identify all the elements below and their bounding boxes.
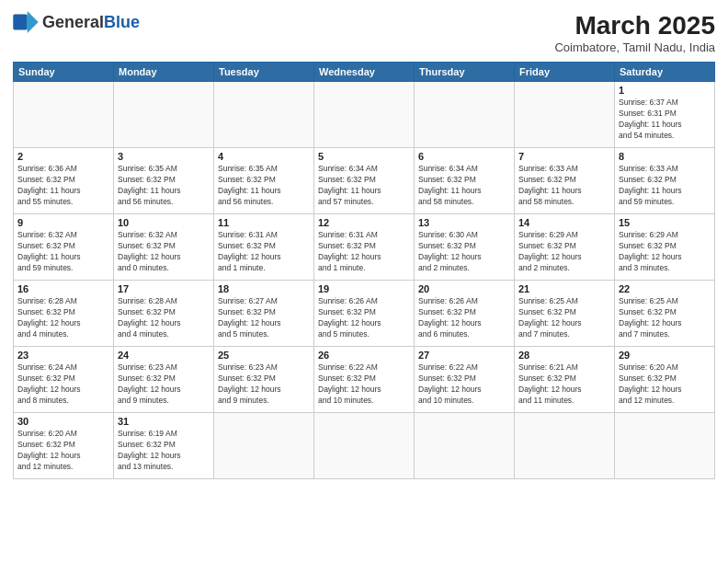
day-info: Sunrise: 6:29 AM Sunset: 6:32 PM Dayligh…: [619, 230, 711, 274]
logo-label: GeneralBlue: [42, 13, 140, 32]
table-row: 12Sunrise: 6:31 AM Sunset: 6:32 PM Dayli…: [314, 214, 415, 281]
day-info: Sunrise: 6:23 AM Sunset: 6:32 PM Dayligh…: [118, 362, 210, 407]
day-info: Sunrise: 6:22 AM Sunset: 6:32 PM Dayligh…: [418, 362, 510, 407]
table-row: 9Sunrise: 6:32 AM Sunset: 6:32 PM Daylig…: [14, 214, 114, 281]
col-saturday: Saturday: [615, 63, 715, 82]
day-info: Sunrise: 6:35 AM Sunset: 6:32 PM Dayligh…: [218, 164, 310, 208]
day-info: Sunrise: 6:30 AM Sunset: 6:32 PM Dayligh…: [418, 230, 510, 274]
table-row: 22Sunrise: 6:25 AM Sunset: 6:32 PM Dayli…: [615, 281, 715, 347]
table-row: [515, 82, 615, 148]
day-info: Sunrise: 6:32 AM Sunset: 6:32 PM Dayligh…: [17, 230, 109, 274]
calendar-week-row: 9Sunrise: 6:32 AM Sunset: 6:32 PM Daylig…: [14, 214, 715, 281]
location: Coimbatore, Tamil Nadu, India: [554, 40, 715, 54]
day-info: Sunrise: 6:19 AM Sunset: 6:32 PM Dayligh…: [118, 429, 210, 473]
svg-marker-1: [28, 11, 39, 33]
table-row: 17Sunrise: 6:28 AM Sunset: 6:32 PM Dayli…: [114, 281, 214, 347]
table-row: 24Sunrise: 6:23 AM Sunset: 6:32 PM Dayli…: [114, 347, 214, 413]
table-row: 30Sunrise: 6:20 AM Sunset: 6:32 PM Dayli…: [14, 413, 114, 479]
day-info: Sunrise: 6:26 AM Sunset: 6:32 PM Dayligh…: [318, 296, 410, 340]
day-number: 6: [418, 151, 510, 162]
day-number: 11: [218, 217, 310, 228]
table-row: [214, 82, 314, 148]
day-number: 14: [518, 217, 610, 228]
table-row: 5Sunrise: 6:34 AM Sunset: 6:32 PM Daylig…: [314, 148, 415, 214]
day-info: Sunrise: 6:25 AM Sunset: 6:32 PM Dayligh…: [619, 296, 711, 340]
day-info: Sunrise: 6:34 AM Sunset: 6:32 PM Dayligh…: [418, 164, 510, 208]
day-number: 29: [619, 350, 711, 361]
table-row: 11Sunrise: 6:31 AM Sunset: 6:32 PM Dayli…: [214, 214, 314, 281]
table-row: 20Sunrise: 6:26 AM Sunset: 6:32 PM Dayli…: [415, 281, 515, 347]
table-row: 16Sunrise: 6:28 AM Sunset: 6:32 PM Dayli…: [14, 281, 114, 347]
day-number: 12: [318, 217, 410, 228]
day-info: Sunrise: 6:31 AM Sunset: 6:32 PM Dayligh…: [218, 230, 310, 274]
table-row: [415, 82, 515, 148]
day-info: Sunrise: 6:33 AM Sunset: 6:32 PM Dayligh…: [619, 164, 711, 208]
day-info: Sunrise: 6:28 AM Sunset: 6:32 PM Dayligh…: [118, 296, 210, 340]
table-row: 19Sunrise: 6:26 AM Sunset: 6:32 PM Dayli…: [314, 281, 415, 347]
day-number: 20: [418, 283, 510, 294]
day-number: 21: [518, 283, 610, 294]
day-number: 13: [418, 217, 510, 228]
calendar-week-row: 2Sunrise: 6:36 AM Sunset: 6:32 PM Daylig…: [14, 148, 715, 214]
table-row: [415, 413, 515, 479]
day-info: Sunrise: 6:21 AM Sunset: 6:32 PM Dayligh…: [518, 362, 610, 407]
day-number: 18: [218, 283, 310, 294]
table-row: 15Sunrise: 6:29 AM Sunset: 6:32 PM Dayli…: [615, 214, 715, 281]
day-info: Sunrise: 6:20 AM Sunset: 6:32 PM Dayligh…: [17, 429, 109, 473]
logo: GeneralBlue: [13, 11, 140, 33]
day-info: Sunrise: 6:23 AM Sunset: 6:32 PM Dayligh…: [218, 362, 310, 407]
table-row: [314, 82, 415, 148]
day-info: Sunrise: 6:29 AM Sunset: 6:32 PM Dayligh…: [518, 230, 610, 274]
day-info: Sunrise: 6:32 AM Sunset: 6:32 PM Dayligh…: [118, 230, 210, 274]
table-row: [114, 82, 214, 148]
day-number: 22: [619, 283, 711, 294]
table-row: [515, 413, 615, 479]
generalblue-icon: [13, 11, 39, 33]
day-info: Sunrise: 6:27 AM Sunset: 6:32 PM Dayligh…: [218, 296, 310, 340]
day-info: Sunrise: 6:24 AM Sunset: 6:32 PM Dayligh…: [17, 362, 109, 407]
table-row: 8Sunrise: 6:33 AM Sunset: 6:32 PM Daylig…: [615, 148, 715, 214]
table-row: 26Sunrise: 6:22 AM Sunset: 6:32 PM Dayli…: [314, 347, 415, 413]
col-friday: Friday: [515, 63, 615, 82]
day-number: 27: [418, 350, 510, 361]
day-number: 16: [17, 283, 109, 294]
col-wednesday: Wednesday: [314, 63, 415, 82]
day-number: 31: [118, 416, 210, 427]
table-row: 2Sunrise: 6:36 AM Sunset: 6:32 PM Daylig…: [14, 148, 114, 214]
col-thursday: Thursday: [415, 63, 515, 82]
col-tuesday: Tuesday: [214, 63, 314, 82]
table-row: 18Sunrise: 6:27 AM Sunset: 6:32 PM Dayli…: [214, 281, 314, 347]
day-number: 19: [318, 283, 410, 294]
day-info: Sunrise: 6:26 AM Sunset: 6:32 PM Dayligh…: [418, 296, 510, 340]
day-number: 15: [619, 217, 711, 228]
day-number: 9: [17, 217, 109, 228]
table-row: 13Sunrise: 6:30 AM Sunset: 6:32 PM Dayli…: [415, 214, 515, 281]
day-info: Sunrise: 6:31 AM Sunset: 6:32 PM Dayligh…: [318, 230, 410, 274]
col-sunday: Sunday: [14, 63, 114, 82]
calendar-header-row: Sunday Monday Tuesday Wednesday Thursday…: [14, 63, 715, 82]
day-number: 2: [17, 151, 109, 162]
col-monday: Monday: [114, 63, 214, 82]
table-row: 25Sunrise: 6:23 AM Sunset: 6:32 PM Dayli…: [214, 347, 314, 413]
day-number: 26: [318, 350, 410, 361]
day-number: 23: [17, 350, 109, 361]
day-info: Sunrise: 6:25 AM Sunset: 6:32 PM Dayligh…: [518, 296, 610, 340]
table-row: 1Sunrise: 6:37 AM Sunset: 6:31 PM Daylig…: [615, 82, 715, 148]
day-number: 4: [218, 151, 310, 162]
day-number: 5: [318, 151, 410, 162]
day-number: 28: [518, 350, 610, 361]
month-year: March 2025: [554, 11, 715, 40]
table-row: [615, 413, 715, 479]
day-number: 1: [619, 85, 711, 96]
table-row: 23Sunrise: 6:24 AM Sunset: 6:32 PM Dayli…: [14, 347, 114, 413]
header: GeneralBlue March 2025 Coimbatore, Tamil…: [13, 11, 715, 54]
table-row: [214, 413, 314, 479]
day-number: 10: [118, 217, 210, 228]
day-info: Sunrise: 6:37 AM Sunset: 6:31 PM Dayligh…: [619, 98, 711, 142]
table-row: 7Sunrise: 6:33 AM Sunset: 6:32 PM Daylig…: [515, 148, 615, 214]
table-row: 4Sunrise: 6:35 AM Sunset: 6:32 PM Daylig…: [214, 148, 314, 214]
day-number: 8: [619, 151, 711, 162]
svg-rect-0: [13, 14, 27, 29]
calendar-week-row: 1Sunrise: 6:37 AM Sunset: 6:31 PM Daylig…: [14, 82, 715, 148]
table-row: 28Sunrise: 6:21 AM Sunset: 6:32 PM Dayli…: [515, 347, 615, 413]
